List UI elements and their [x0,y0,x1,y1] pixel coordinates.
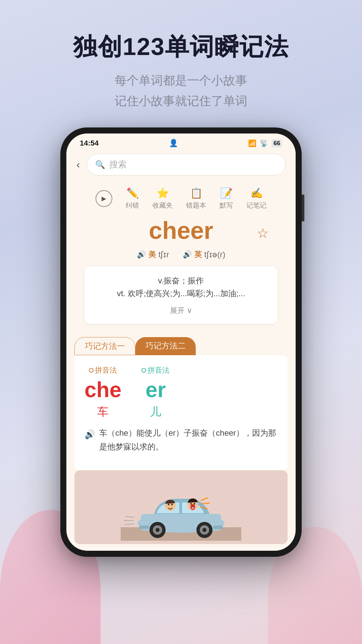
word-title: cheer [149,217,213,244]
speaker-us-icon: 🔊 [137,250,146,259]
signal-icon: 📶 [248,139,256,147]
memory-card: 拼音法 che 车 拼音法 er 儿 [74,355,288,471]
toolbar-item-collect[interactable]: ⭐ 收藏夹 [153,187,173,210]
definition-card: v.振奋；振作 vt. 欢呼;使高兴;为...喝彩;为...加油;... 展开 … [84,266,278,324]
word-title-row: cheer ☆ [76,217,286,250]
collect-icon: ⭐ [157,187,169,199]
battery-icon: 66 [272,139,282,148]
sub-title-line2: 记住小故事就记住了单词 [115,94,247,108]
search-bar[interactable]: 🔍 搜索 [87,154,286,175]
pinyin-dot-che [89,368,94,373]
phonetic-uk-symbol: tʃɪə(r) [204,250,226,259]
phonetic-us[interactable]: 🔊 美 tʃɪr [137,250,169,260]
phone-outer: 14:54 👤 📶 📡 66 ‹ 🔍 搜索 [60,127,302,557]
pinyin-cn-er: 儿 [150,404,161,420]
back-button[interactable]: ‹ [76,158,80,171]
correct-label: 纠错 [126,201,139,210]
mistakes-label: 错题本 [186,201,206,210]
svg-point-7 [171,504,173,505]
toolbar-item-correct[interactable]: ✏️ 纠错 [126,187,139,210]
sentence-text: 车（che）能使儿（er）子振奋（cheer），因为那是他梦寐以求的。 [99,426,278,454]
play-button[interactable]: ▶ [96,190,112,207]
header-area: 独创123单词瞬记法 每个单词都是一个小故事 记住小故事就记住了单词 [0,0,362,131]
pinyin-syllable-er: er [145,377,166,402]
method-tabs: 巧记方法一 巧记方法二 [66,330,296,355]
svg-point-9 [190,503,192,505]
illustration-area [74,470,288,544]
svg-rect-22 [139,526,149,529]
notes-icon: ✍️ [250,187,263,199]
collect-label: 收藏夹 [153,201,173,210]
status-user-icon: 👤 [169,139,178,148]
tab-method-two[interactable]: 巧记方法二 [135,337,196,355]
svg-point-18 [156,528,160,532]
search-icon: 🔍 [95,160,105,169]
sentence-speaker-icon: 🔊 [84,427,95,442]
car-illustration [121,474,241,541]
toolbar-item-notes[interactable]: ✍️ 记笔记 [246,187,266,210]
notes-label: 记笔记 [246,201,266,210]
pinyin-syllable-che: che [84,377,121,402]
pinyin-label-er: 拼音法 [141,365,170,375]
sub-title: 每个单词都是一个小故事 记住小故事就记住了单词 [0,70,362,111]
toolbar-item-dictation[interactable]: 📝 默写 [220,187,233,210]
phonetic-us-symbol: tʃɪr [159,250,169,259]
chevron-down-icon: ∨ [187,306,192,315]
pinyin-section: 拼音法 che 车 拼音法 er 儿 [84,365,278,420]
memory-sentence: 🔊 车（che）能使儿（er）子振奋（cheer），因为那是他梦寐以求的。 [84,426,278,454]
wifi-icon: 📡 [260,139,268,147]
correct-icon: ✏️ [126,187,139,199]
mistakes-icon: 📋 [190,187,202,199]
expand-button[interactable]: 展开 ∨ [95,306,267,316]
word-section: cheer ☆ 🔊 美 tʃɪr 🔊 英 tʃɪə(r) [66,213,296,330]
svg-rect-23 [213,526,223,529]
expand-label: 展开 [170,306,185,316]
pinyin-item-che: 拼音法 che 车 [84,365,121,420]
phonetic-us-flag: 美 [148,250,156,260]
favorite-star-icon[interactable]: ☆ [257,225,269,241]
top-nav: ‹ 🔍 搜索 [66,150,296,180]
phonetics-row: 🔊 美 tʃɪr 🔊 英 tʃɪə(r) [76,250,286,260]
svg-point-6 [168,504,170,505]
dictation-label: 默写 [220,201,233,210]
phone-screen: 14:54 👤 📶 📡 66 ‹ 🔍 搜索 [66,133,296,551]
svg-point-10 [194,503,195,505]
status-bar: 14:54 👤 📶 📡 66 [66,133,296,150]
tab-method-one[interactable]: 巧记方法一 [74,337,135,355]
pinyin-cn-che: 车 [97,404,109,420]
pinyin-item-er: 拼音法 er 儿 [141,365,170,420]
sub-title-line1: 每个单词都是一个小故事 [115,73,247,87]
phonetic-uk[interactable]: 🔊 英 tʃɪə(r) [183,250,226,260]
status-right-icons: 📶 📡 66 [248,139,282,148]
svg-point-21 [202,528,206,532]
svg-point-12 [191,507,194,509]
toolbar: ▶ ✏️ 纠错 ⭐ 收藏夹 📋 错题本 📝 默写 ✍️ [66,180,296,213]
speaker-uk-icon: 🔊 [183,250,192,259]
phone-mockup: 14:54 👤 📶 📡 66 ‹ 🔍 搜索 [60,127,302,557]
dictation-icon: 📝 [220,187,233,199]
pinyin-dot-er [141,368,146,373]
toolbar-item-mistakes[interactable]: 📋 错题本 [186,187,206,210]
definition-text: v.振奋；振作 vt. 欢呼;使高兴;为...喝彩;为...加油;... [95,274,267,300]
main-title: 独创123单词瞬记法 [0,34,362,60]
phonetic-uk-flag: 英 [194,250,202,260]
pinyin-label-che: 拼音法 [89,365,117,375]
status-time: 14:54 [80,139,99,148]
search-placeholder: 搜索 [109,159,127,170]
